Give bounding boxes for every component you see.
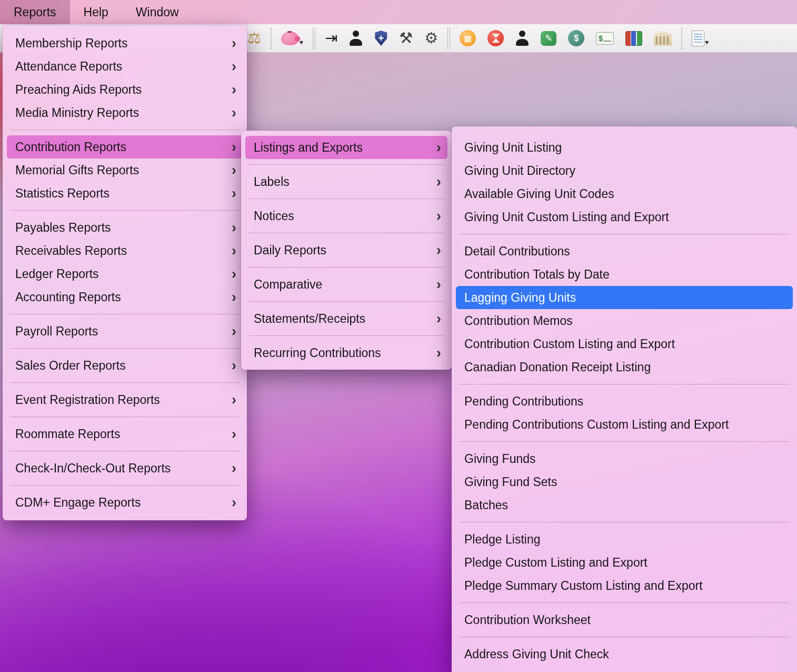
menu-item-ledger-reports[interactable]: Ledger Reports›: [7, 262, 243, 285]
menu-item-detail-contributions[interactable]: Detail Contributions: [456, 240, 793, 263]
bank-icon-shape: [654, 31, 672, 46]
exit-icon-shape: ⇥: [325, 31, 337, 46]
calculator-icon[interactable]: ▦: [460, 30, 476, 46]
menu-item-label: Contribution Worksheet: [464, 613, 591, 627]
menu-item-contribution-memos[interactable]: Contribution Memos: [456, 309, 793, 332]
menu-item-comparative[interactable]: Comparative›: [245, 273, 447, 296]
menu-item-label: Lagging Giving Units: [464, 291, 576, 305]
menu-item-memorial-gifts-reports[interactable]: Memorial Gifts Reports›: [7, 159, 243, 182]
menu-item-contribution-reports[interactable]: Contribution Reports›: [7, 135, 243, 159]
menu-item-labels[interactable]: Labels›: [245, 170, 447, 193]
reports-document-icon-shape: [692, 31, 704, 46]
menu-separator: [10, 130, 240, 130]
menu-item-preaching-aids-reports[interactable]: Preaching Aids Reports›: [7, 78, 243, 101]
menu-item-pending-contributions[interactable]: Pending Contributions: [456, 390, 793, 413]
binders-icon[interactable]: [625, 31, 642, 46]
payroll-icon[interactable]: $: [568, 30, 584, 46]
menu-item-giving-fund-sets[interactable]: Giving Fund Sets: [456, 470, 793, 493]
menu-item-cdm-engage-reports[interactable]: CDM+ Engage Reports›: [7, 491, 243, 514]
menu-item-label: Pending Contributions Custom Listing and…: [464, 418, 729, 432]
menu-item-check-in-check-out-reports[interactable]: Check-In/Check-Out Reports›: [7, 457, 243, 480]
menu-item-label: Payables Reports: [15, 221, 111, 235]
toolbar-separator: [271, 28, 272, 49]
menu-item-available-giving-unit-codes[interactable]: Available Giving Unit Codes: [456, 182, 793, 205]
menu-item-contribution-worksheet[interactable]: Contribution Worksheet: [456, 608, 793, 631]
menu-separator: [10, 451, 240, 451]
menu-separator: [10, 348, 240, 349]
menu-item-daily-reports[interactable]: Daily Reports›: [245, 239, 447, 262]
menu-item-contribution-totals-by-date[interactable]: Contribution Totals by Date: [456, 263, 793, 286]
wrench-icon[interactable]: ⚒: [399, 31, 413, 46]
hourglass-icon[interactable]: [487, 30, 504, 46]
menu-item-giving-unit-listing[interactable]: Giving Unit Listing: [456, 136, 793, 159]
scales-icon[interactable]: ⚖: [247, 31, 261, 46]
exit-icon[interactable]: ⇥: [325, 31, 337, 46]
piggy-bank-icon-shape: [281, 32, 299, 45]
menu-item-label: Address Giving Unit Check: [464, 647, 609, 661]
check-icon[interactable]: $: [596, 32, 614, 45]
menu-item-receivables-reports[interactable]: Receivables Reports›: [7, 239, 243, 262]
menu-item-contribution-custom-listing-and-export[interactable]: Contribution Custom Listing and Export: [456, 332, 793, 355]
menu-item-label: Attendance Reports: [15, 60, 122, 74]
submenu-chevron-icon: ›: [232, 359, 236, 373]
walking-person-icon[interactable]: [515, 31, 529, 46]
gear-icon[interactable]: ⚙: [424, 31, 438, 46]
menu-separator: [248, 199, 444, 199]
menubar-item-reports[interactable]: Reports: [0, 0, 70, 24]
menu-item-pending-contributions-custom-listing-and-export[interactable]: Pending Contributions Custom Listing and…: [456, 413, 793, 436]
menu-separator: [10, 210, 240, 211]
menu-item-event-registration-reports[interactable]: Event Registration Reports›: [7, 388, 243, 411]
menu-item-giving-unit-custom-listing-and-export[interactable]: Giving Unit Custom Listing and Export: [456, 205, 793, 229]
toolbar-separator: [313, 27, 315, 50]
menu-item-pledge-summary-custom-listing-and-export[interactable]: Pledge Summary Custom Listing and Export: [456, 574, 793, 597]
menu-item-label: Detail Contributions: [464, 244, 570, 259]
menu-item-label: Contribution Memos: [464, 314, 573, 328]
piggy-bank-icon[interactable]: ▾: [281, 32, 303, 45]
menu-item-pledge-custom-listing-and-export[interactable]: Pledge Custom Listing and Export: [456, 551, 793, 574]
menu-item-statements-receipts[interactable]: Statements/Receipts›: [245, 307, 447, 330]
person-icon-shape: [349, 31, 363, 46]
submenu-chevron-icon: ›: [232, 83, 236, 97]
menu-item-label: Memorial Gifts Reports: [15, 163, 139, 177]
menu-item-roommate-reports[interactable]: Roommate Reports›: [7, 422, 243, 446]
menu-item-recurring-contributions[interactable]: Recurring Contributions›: [245, 341, 447, 364]
menu-item-attendance-reports[interactable]: Attendance Reports›: [7, 55, 243, 78]
menu-item-giving-unit-directory[interactable]: Giving Unit Directory: [456, 159, 793, 182]
reports-document-icon[interactable]: ▾: [692, 31, 709, 46]
menu-separator: [248, 164, 444, 165]
submenu-chevron-icon: ›: [232, 290, 236, 304]
menu-item-label: Accounting Reports: [15, 290, 121, 304]
menu-item-batches[interactable]: Batches: [456, 493, 793, 517]
menu-item-lagging-giving-units[interactable]: Lagging Giving Units: [456, 286, 793, 309]
person-icon[interactable]: [349, 31, 363, 46]
shield-icon[interactable]: ✚: [374, 31, 387, 46]
menubar-item-help[interactable]: Help: [70, 0, 122, 24]
menu-item-sales-order-reports[interactable]: Sales Order Reports›: [7, 354, 243, 377]
menu-item-label: Sales Order Reports: [15, 359, 126, 373]
menu-item-accounting-reports[interactable]: Accounting Reports›: [7, 285, 243, 309]
menu-separator: [10, 382, 240, 383]
menu-item-listings-and-exports[interactable]: Listings and Exports›: [245, 136, 447, 159]
menu-separator: [248, 335, 444, 336]
menu-item-pledge-listing[interactable]: Pledge Listing: [456, 528, 793, 551]
menu-item-payables-reports[interactable]: Payables Reports›: [7, 216, 243, 239]
check-writing-icon[interactable]: ✎: [541, 31, 556, 46]
menu-item-giving-funds[interactable]: Giving Funds: [456, 447, 793, 470]
menu-separator: [248, 301, 444, 302]
menu-item-payroll-reports[interactable]: Payroll Reports›: [7, 320, 243, 343]
menu-item-label: Pledge Custom Listing and Export: [464, 556, 647, 570]
bank-icon[interactable]: [654, 31, 672, 46]
menu-item-media-ministry-reports[interactable]: Media Ministry Reports›: [7, 101, 243, 124]
menu-item-canadian-donation-receipt-listing[interactable]: Canadian Donation Receipt Listing: [456, 355, 793, 379]
submenu-chevron-icon: ›: [436, 141, 441, 155]
menu-item-address-giving-unit-check[interactable]: Address Giving Unit Check: [456, 643, 793, 666]
menu-item-notices[interactable]: Notices›: [245, 204, 447, 228]
check-writing-icon-shape: ✎: [541, 31, 556, 46]
submenu-chevron-icon: ›: [232, 60, 236, 74]
submenu-chevron-icon: ›: [232, 186, 236, 201]
binders-icon-shape: [625, 31, 642, 46]
menu-item-membership-reports[interactable]: Membership Reports›: [7, 32, 243, 55]
menubar-item-window[interactable]: Window: [122, 0, 193, 24]
submenu-chevron-icon: ›: [232, 267, 236, 281]
menu-item-statistics-reports[interactable]: Statistics Reports›: [7, 182, 243, 205]
